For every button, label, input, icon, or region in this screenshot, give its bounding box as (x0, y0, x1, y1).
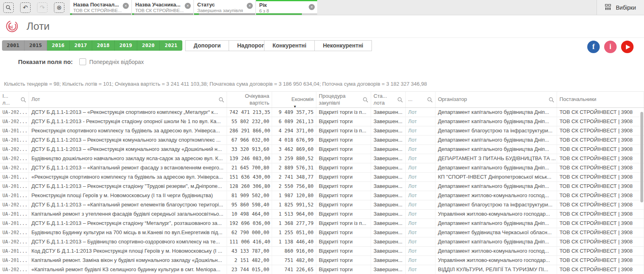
organizer-cell[interactable]: Департамент житлово-комунального господ.… (436, 191, 557, 200)
close-icon[interactable]: × (185, 3, 191, 9)
search-icon[interactable] (219, 97, 224, 103)
organizer-cell[interactable]: Департамент капітального будівництва Дні… (436, 163, 557, 173)
link-cell[interactable]: Лот (406, 108, 436, 117)
procedure-cell[interactable]: Відкриті торги (316, 247, 371, 256)
lot_status-cell[interactable]: Завершен... (371, 200, 406, 210)
organizer-cell[interactable]: Департамент капітального будівництва Дні… (436, 136, 557, 145)
link-cell[interactable]: Лот (406, 256, 436, 265)
suppliers-cell[interactable]: ТОВ СК СТРОЙІНВЕСТ | 3908 (557, 247, 644, 256)
column-header-lot_status[interactable]: Ста... лота (371, 92, 406, 107)
link-cell[interactable]: Лот (406, 145, 436, 154)
procedure-cell[interactable]: Відкриті торги (316, 191, 371, 200)
procedure-cell[interactable]: Відкриті торги із п... (316, 219, 371, 228)
organizer-cell[interactable]: Департамент капітального будівництва Дні… (436, 219, 557, 228)
competition-button-1[interactable]: Конкурентні (264, 40, 315, 51)
lot-cell[interactable]: Реконструкція спортивного комплексу та б… (29, 126, 227, 136)
link-cell[interactable]: Лот (406, 191, 436, 200)
id-cell[interactable]: UA-202... (0, 200, 29, 210)
lot-cell[interactable]: ДСТУ Б.Д.1.1-1:2013 – Реконструкція кому… (29, 136, 227, 145)
id-cell[interactable]: UA-202... (0, 108, 29, 117)
id-cell[interactable]: UA-201... (0, 182, 29, 191)
column-header-suppliers[interactable]: Постачальники (557, 92, 644, 107)
procedure-cell[interactable]: Відкриті торги (316, 210, 371, 219)
lot_status-cell[interactable]: Завершен... (371, 117, 406, 126)
procedure-cell[interactable]: Відкриті торги (316, 200, 371, 210)
suppliers-cell[interactable]: ТОВ СК СТРОЙІНВЕСТ | 3908 (557, 163, 644, 173)
close-icon[interactable]: × (123, 3, 129, 9)
procedure-cell[interactable]: Відкриті торги (316, 182, 371, 191)
link-cell[interactable]: Лот (406, 247, 436, 256)
id-cell[interactable]: UA-201... (0, 219, 29, 228)
organizer-cell[interactable]: Управління житлово-комунального господар… (436, 256, 557, 265)
link-cell[interactable]: Лот (406, 210, 436, 219)
lot-cell[interactable]: ДСТУ Б.Д.1.1-1:2013 – «Реконструкція ком… (29, 145, 227, 154)
lot_status-cell[interactable]: Завершен... (371, 136, 406, 145)
vertical-scrollbar-thumb[interactable] (640, 112, 643, 202)
procedure-cell[interactable]: Відкриті торги (316, 265, 371, 274)
lot_status-cell[interactable]: Завершен... (371, 265, 406, 274)
lot_status-cell[interactable]: Завершен... (371, 256, 406, 265)
year-button-2018[interactable]: 2018 (92, 40, 115, 51)
link-cell[interactable]: Лот (406, 237, 436, 247)
organizer-cell[interactable]: Департамент капітального будівництва Дні… (436, 145, 557, 154)
instagram-icon[interactable]: i (604, 41, 617, 53)
id-cell[interactable]: UA-202... (0, 154, 29, 163)
lot_status-cell[interactable]: Завершен... (371, 228, 406, 237)
link-cell[interactable]: Лот (406, 265, 436, 274)
selection-chip-status[interactable]: Статус Завершена закупівля × (194, 0, 255, 15)
previous-selections-checkbox[interactable] (79, 58, 86, 65)
suppliers-cell[interactable]: ТОВ СК СТРОЙІНВЕСТ | 3908 (557, 256, 644, 265)
selection-chip-year[interactable]: Рік 6 з 8 × (256, 0, 317, 15)
link-cell[interactable]: Лот (406, 126, 436, 136)
id-cell[interactable]: UA-201... (0, 136, 29, 145)
suppliers-cell[interactable]: ТОВ СК СТРОЙІНВЕСТ | 3908 (557, 237, 644, 247)
lot-cell[interactable]: ДСТУ Б.Д.1.1-1:2013 – «Капітальний ремон… (29, 200, 227, 210)
suppliers-cell[interactable]: ТОВ СК СТРОЙІНВЕСТ | 3908 (557, 173, 644, 182)
organizer-cell[interactable]: Департамент благоустрою та інфраструктур… (436, 126, 557, 136)
selection-chip-supplier-name[interactable]: Назва Постачал... ТОВ СК СТРОЙІНВЕ... × (70, 0, 131, 15)
lot_status-cell[interactable]: Завершен... (371, 237, 406, 247)
lot_status-cell[interactable]: Завершен... (371, 154, 406, 163)
suppliers-cell[interactable]: ТОВ СК СТРОЙІНВЕСТ | 3908 (557, 154, 644, 163)
organizer-cell[interactable]: ВІДДІЛ КУЛЬТУРИ, РЕЛІГІЇ ТА ТУРИЗМУ ПІ..… (436, 265, 557, 274)
search-icon[interactable] (549, 97, 554, 103)
suppliers-cell[interactable]: ТОВ СК СТРОЙІНВЕСТ | 3908 (557, 145, 644, 154)
column-header-organizer[interactable]: Організатор (436, 92, 557, 107)
lot_status-cell[interactable]: Завершен... (371, 191, 406, 200)
lot_status-cell[interactable]: Завершен... (371, 163, 406, 173)
organizer-cell[interactable]: Департамент капітального будівництва Дні… (436, 108, 557, 117)
link-cell[interactable]: Лот (406, 219, 436, 228)
lot-cell[interactable]: ДСТУ Б.Д.1.1-1:2013 - Реконструкція стад… (29, 117, 227, 126)
lot-cell[interactable]: Капітальний ремонт з утеплення фасадів б… (29, 210, 227, 219)
organizer-cell[interactable]: Департамент житлово-комунального господ.… (436, 247, 557, 256)
suppliers-cell[interactable]: ТОВ СК СТРОЙІНВЕСТ | 3908 (557, 219, 644, 228)
link-cell[interactable]: Лот (406, 173, 436, 182)
organizer-cell[interactable]: Управління житлово-комунального господар… (436, 210, 557, 219)
suppliers-cell[interactable]: ТОВ СК СТРОЙІНВЕСТ | 3908 (557, 117, 644, 126)
lot-cell[interactable]: ДСТУ Б.Д.1.1-1:2013 – Реконструкція стад… (29, 182, 227, 191)
organizer-cell[interactable]: Департамент благоустрою та інфраструктур… (436, 200, 557, 210)
lot-cell[interactable]: «Реконструкція спортивного комплексу та … (29, 173, 227, 182)
procedure-cell[interactable]: Відкриті торги (316, 154, 371, 163)
column-header-procedure[interactable]: Процедура закупівлі (316, 92, 371, 107)
id-cell[interactable]: UA-202... (0, 117, 29, 126)
organizer-cell[interactable]: Департамент капітального будівництва Дні… (436, 237, 557, 247)
id-cell[interactable]: UA-202... (0, 163, 29, 173)
link-cell[interactable]: Лот (406, 200, 436, 210)
close-icon[interactable]: × (309, 4, 315, 10)
id-cell[interactable]: UA-201... (0, 247, 29, 256)
suppliers-cell[interactable]: ТОВ СК СТРОЙІНВЕСТ | 3908 (557, 265, 644, 274)
link-cell[interactable]: Лот (406, 228, 436, 237)
close-icon[interactable]: × (247, 3, 253, 9)
year-button-2020[interactable]: 2020 (137, 40, 160, 51)
lot_status-cell[interactable]: Завершен... (371, 173, 406, 182)
search-icon[interactable] (21, 97, 26, 103)
lot-cell[interactable]: Код ДСТУ Б Д.1.1-1:2013 Реконструкція пл… (29, 247, 227, 256)
lot-cell[interactable]: ДСТУ Б.Д.1.1-1:2013 – «Реконструкція спо… (29, 108, 227, 117)
youtube-icon[interactable] (621, 41, 634, 53)
organizer-cell[interactable]: Департамент будівництва Черкаської облас… (436, 228, 557, 237)
lot-cell[interactable]: ДСТУ Б.Д.1.1-1:2013 – Реконструкція стад… (29, 219, 227, 228)
procedure-cell[interactable]: Відкриті торги (316, 256, 371, 265)
id-cell[interactable]: UA-201... (0, 191, 29, 200)
id-cell[interactable]: UA-202... (0, 265, 29, 274)
